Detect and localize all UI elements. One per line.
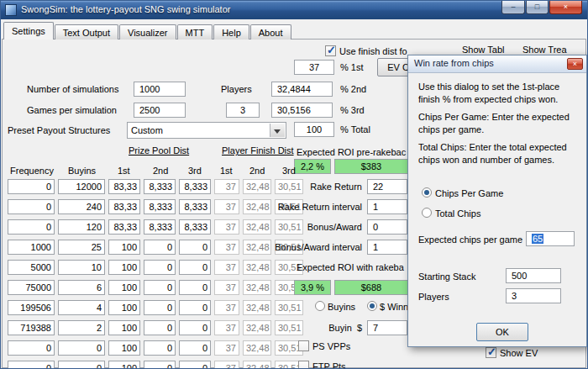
grid-pp-3rd-row1[interactable]: 8,333 [179,179,211,194]
tab-settings[interactable]: Settings [3,22,54,40]
grid-pp-3rd-row9[interactable]: 0 [179,340,211,356]
dialog-close-button[interactable]: × [567,58,583,70]
grid-pf-1st-row3[interactable]: 37 [214,219,239,235]
grid-pp-1st-row2[interactable]: 83,33 [108,199,140,214]
grid-pp-1st-row10[interactable]: 100 [108,361,140,369]
grid-pf-2nd-row5[interactable]: 32,48 [243,260,271,275]
grid-pp-3rd-row3[interactable]: 8,333 [179,219,211,235]
grid-frequency-row3[interactable]: 0 [8,219,55,235]
grid-pf-3rd-row7[interactable]: 30,51 [275,300,303,315]
total-chips-radio[interactable] [422,208,432,218]
pct-2nd-input[interactable]: 32,4844 [271,82,333,97]
winnings-radio[interactable] [367,301,377,311]
grid-pf-1st-row6[interactable]: 37 [214,280,239,295]
grid-frequency-row1[interactable]: 0 [8,179,55,194]
grid-pp-2nd-row7[interactable]: 0 [144,300,176,315]
grid-pp-2nd-row1[interactable]: 8,333 [144,179,176,194]
grid-pp-1st-row8[interactable]: 100 [108,320,140,335]
grid-frequency-row10[interactable]: 0 [8,361,55,369]
grid-pp-1st-row3[interactable]: 83,33 [108,219,140,235]
ps-vpps-checkbox[interactable] [298,340,309,351]
grid-buyins-row2[interactable]: 240 [58,199,105,214]
bonus-award-interval-input[interactable]: 1 [367,240,407,255]
grid-pp-3rd-row8[interactable]: 0 [179,320,211,335]
pct-3rd-input[interactable]: 30,5156 [271,103,333,118]
rake-return-interval-input[interactable]: 1 [367,199,407,214]
ok-button[interactable]: OK [476,323,528,341]
use-finish-dist-checkbox[interactable] [325,45,336,56]
tab-about[interactable]: About [250,24,291,40]
games-per-sim-input[interactable]: 2500 [134,103,186,118]
players-count-input[interactable]: 3 [226,103,260,118]
rake-return-input[interactable]: 22 [367,179,407,194]
grid-buyins-row7[interactable]: 4 [58,300,105,315]
grid-buyins-row3[interactable]: 120 [58,219,105,235]
buyin-input[interactable]: 7 [367,320,407,335]
grid-pf-1st-row5[interactable]: 37 [214,260,239,275]
grid-pp-2nd-row8[interactable]: 0 [144,320,176,335]
expected-chips-input[interactable]: 65 [526,231,575,246]
grid-pp-2nd-row2[interactable]: 8,333 [144,199,176,214]
combo-dropdown-button[interactable] [270,124,285,137]
ftp-pts-checkbox[interactable] [298,361,309,369]
minimize-button[interactable]: – [501,1,525,14]
dialog-players-input[interactable]: 3 [506,288,561,303]
grid-frequency-row7[interactable]: 199506 [8,300,55,315]
grid-pf-1st-row1[interactable]: 37 [214,179,239,194]
grid-pf-2nd-row3[interactable]: 32,48 [243,219,271,235]
grid-pp-1st-row1[interactable]: 83,33 [108,179,140,194]
grid-pp-1st-row6[interactable]: 100 [108,280,140,295]
grid-pp-2nd-row9[interactable]: 0 [144,340,176,356]
grid-pf-2nd-row9[interactable]: 32,48 [243,340,271,356]
grid-buyins-row9[interactable]: 0 [58,340,105,356]
grid-pp-1st-row7[interactable]: 100 [108,300,140,315]
tab-help[interactable]: Help [213,24,249,40]
grid-buyins-row1[interactable]: 12000 [58,179,105,194]
grid-pp-1st-row5[interactable]: 100 [108,260,140,275]
grid-frequency-row5[interactable]: 5000 [8,260,55,275]
grid-pp-2nd-row4[interactable]: 0 [144,240,176,255]
bonus-award-input[interactable]: 0 [367,219,407,235]
grid-buyins-row6[interactable]: 6 [58,280,105,295]
grid-frequency-row6[interactable]: 75000 [8,280,55,295]
grid-pf-2nd-row8[interactable]: 32,48 [243,320,271,335]
grid-pp-3rd-row6[interactable]: 0 [179,280,211,295]
grid-pf-1st-row2[interactable]: 37 [214,199,239,214]
grid-pf-2nd-row2[interactable]: 32,48 [243,199,271,214]
grid-pp-3rd-row10[interactable]: 0 [179,361,211,369]
grid-pp-2nd-row5[interactable]: 0 [144,260,176,275]
grid-pp-2nd-row6[interactable]: 0 [144,280,176,295]
grid-pp-3rd-row4[interactable]: 0 [179,240,211,255]
pct-total-input[interactable]: 100 [294,122,334,137]
grid-frequency-row2[interactable]: 0 [8,199,55,214]
grid-pf-2nd-row10[interactable]: 32,48 [243,361,271,369]
grid-buyins-row4[interactable]: 25 [58,240,105,255]
tab-text-output[interactable]: Text Output [55,24,118,40]
grid-pp-2nd-row3[interactable]: 8,333 [144,219,176,235]
grid-buyins-row10[interactable]: 0 [58,361,105,369]
grid-pf-1st-row7[interactable]: 37 [214,300,239,315]
show-ev-checkbox[interactable] [486,347,496,358]
grid-pp-1st-row9[interactable]: 100 [108,340,140,356]
grid-pf-1st-row4[interactable]: 37 [214,240,239,255]
grid-pf-2nd-row6[interactable]: 32,48 [243,280,271,295]
num-sims-input[interactable]: 1000 [134,82,186,97]
grid-pf-2nd-row1[interactable]: 32,48 [243,179,271,194]
grid-frequency-row9[interactable]: 0 [8,340,55,356]
grid-pf-2nd-row7[interactable]: 32,48 [243,300,271,315]
grid-pf-1st-row8[interactable]: 37 [214,320,239,335]
grid-pp-3rd-row5[interactable]: 0 [179,260,211,275]
grid-pf-1st-row10[interactable]: 37 [214,361,239,369]
grid-pp-2nd-row10[interactable]: 0 [144,361,176,369]
tab-visualizer[interactable]: Visualizer [119,24,176,40]
grid-pp-3rd-row2[interactable]: 8,333 [179,199,211,214]
preset-structures-combobox[interactable]: Custom [127,122,286,139]
tab-mtt[interactable]: MTT [177,24,213,40]
buyins-radio[interactable] [315,301,325,311]
grid-buyins-row5[interactable]: 10 [58,260,105,275]
maximize-button[interactable]: □ [526,1,549,14]
grid-frequency-row8[interactable]: 719388 [8,320,55,335]
starting-stack-input[interactable]: 500 [506,268,561,283]
grid-pf-2nd-row4[interactable]: 32,48 [243,240,271,255]
grid-pp-1st-row4[interactable]: 100 [108,240,140,255]
